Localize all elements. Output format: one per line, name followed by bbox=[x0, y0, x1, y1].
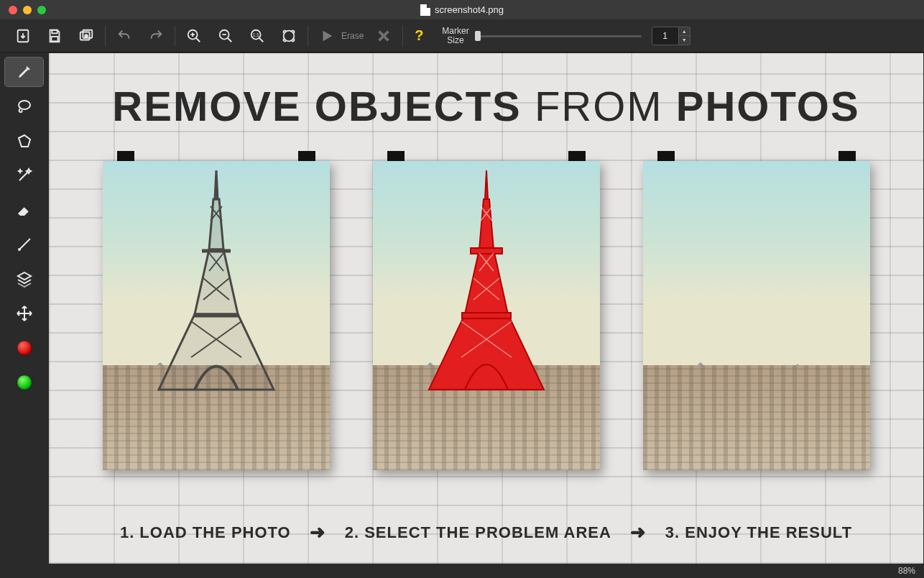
magic-wand-tool[interactable] bbox=[4, 160, 44, 191]
zoom-actual-button[interactable]: 1:1 bbox=[241, 23, 273, 49]
svg-point-10 bbox=[284, 30, 295, 41]
close-window-button[interactable] bbox=[9, 6, 17, 14]
traffic-lights bbox=[0, 6, 46, 14]
canvas[interactable]: REMOVE OBJECTS FROM PHOTOS bbox=[49, 53, 923, 564]
svg-rect-1 bbox=[52, 29, 57, 33]
lasso-tool[interactable] bbox=[4, 91, 44, 121]
app-window: screenshot4.png 1:1 bbox=[0, 0, 924, 578]
cancel-button[interactable] bbox=[368, 23, 399, 49]
marker-size-up[interactable]: ▲ bbox=[679, 27, 690, 36]
titlebar: screenshot4.png bbox=[0, 0, 924, 19]
redo-button[interactable] bbox=[140, 23, 172, 49]
move-tool[interactable] bbox=[4, 298, 44, 329]
poster-row bbox=[49, 161, 923, 499]
zoom-out-button[interactable] bbox=[210, 23, 241, 49]
red-swatch-icon bbox=[17, 340, 32, 356]
step-2: 2. SELECT THE PROBLEM AREA bbox=[345, 523, 611, 542]
marker-size-input[interactable] bbox=[652, 27, 679, 45]
erase-label: Erase bbox=[341, 31, 364, 41]
svg-point-5 bbox=[85, 35, 88, 37]
arrow-right-icon: ➜ bbox=[630, 521, 647, 543]
undo-button[interactable] bbox=[108, 23, 140, 49]
arrow-right-icon: ➜ bbox=[310, 521, 326, 543]
document-icon bbox=[420, 4, 430, 16]
step-3: 3. ENJOY THE RESULT bbox=[665, 523, 852, 542]
svg-rect-2 bbox=[51, 36, 57, 40]
status-bar: 88% bbox=[48, 564, 924, 578]
erase-run-button[interactable] bbox=[311, 23, 343, 49]
line-tool[interactable] bbox=[4, 229, 44, 260]
zoom-window-button[interactable] bbox=[37, 6, 46, 14]
poster-selected bbox=[373, 161, 600, 470]
color-red[interactable] bbox=[4, 333, 44, 363]
color-green[interactable] bbox=[4, 367, 44, 398]
workspace: REMOVE OBJECTS FROM PHOTOS bbox=[0, 52, 924, 578]
headline: REMOVE OBJECTS FROM PHOTOS bbox=[49, 82, 923, 130]
zoom-in-button[interactable] bbox=[178, 23, 210, 49]
main-toolbar: 1:1 Erase ? Marker Size ▲ ▼ bbox=[0, 19, 924, 52]
step-1: 1. LOAD THE PHOTO bbox=[120, 523, 291, 542]
marker-size-label: Marker Size bbox=[442, 27, 468, 45]
window-title: screenshot4.png bbox=[420, 4, 504, 16]
open-button[interactable] bbox=[7, 23, 39, 49]
marker-size-stepper: ▲ ▼ bbox=[652, 27, 690, 45]
layers-tool[interactable] bbox=[4, 264, 44, 294]
eraser-tool[interactable] bbox=[4, 195, 44, 225]
minimize-window-button[interactable] bbox=[23, 6, 32, 14]
canvas-area: REMOVE OBJECTS FROM PHOTOS bbox=[48, 52, 924, 578]
marker-tool[interactable] bbox=[4, 57, 44, 87]
svg-text:1:1: 1:1 bbox=[253, 32, 259, 37]
help-button[interactable]: ? bbox=[406, 27, 432, 44]
svg-point-11 bbox=[19, 101, 30, 109]
save-button[interactable] bbox=[39, 23, 70, 49]
marker-size-down[interactable]: ▼ bbox=[679, 35, 690, 45]
tool-sidebar bbox=[0, 52, 48, 578]
zoom-level: 88% bbox=[898, 566, 915, 576]
zoom-fit-button[interactable] bbox=[273, 23, 305, 49]
marker-size-slider[interactable] bbox=[475, 30, 642, 42]
polygon-tool[interactable] bbox=[4, 126, 44, 156]
batch-button[interactable] bbox=[70, 23, 102, 49]
steps-row: 1. LOAD THE PHOTO ➜ 2. SELECT THE PROBLE… bbox=[49, 521, 923, 543]
poster-original bbox=[103, 161, 330, 470]
green-swatch-icon bbox=[17, 375, 32, 390]
window-title-text: screenshot4.png bbox=[435, 4, 504, 15]
poster-result bbox=[643, 161, 870, 470]
